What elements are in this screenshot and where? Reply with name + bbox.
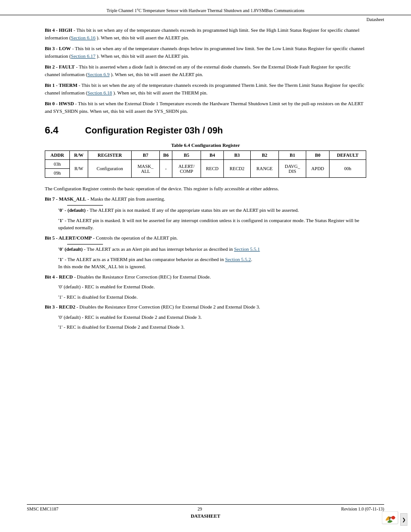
page-header: Triple Channel 1°C Temperature Sensor wi… (0, 0, 411, 15)
col-b3: B3 (224, 151, 250, 160)
col-b2: B2 (250, 151, 279, 160)
bit5-0-line: '0' (default) - The ALERT acts as an Ale… (58, 245, 366, 253)
underline-bar-1 (67, 205, 103, 206)
col-addr: ADDR (45, 151, 70, 160)
cell-b6: - (159, 160, 172, 178)
bit5-line: Bit 5 - ALERT/COMP - Controls the operat… (45, 234, 366, 242)
svg-text:y: y (389, 515, 391, 520)
bit4-recd-1: '1' - REC is disabled for External Diode… (58, 293, 366, 301)
bit3-recd2-0: '0' (default) - REC is enabled for Exter… (58, 313, 366, 321)
cell-addr2: 09h (45, 169, 70, 178)
config-intro: The Configuration Register controls the … (45, 185, 366, 193)
chevron-right-icon: ❯ (402, 517, 406, 522)
cell-b0: APDD (306, 160, 329, 178)
logo-area: y (380, 510, 402, 528)
bit4-recd-line: Bit 4 - RECD - Disables the Resistance E… (45, 273, 366, 281)
col-rw: R/W (69, 151, 88, 160)
bit7-line: Bit 7 - MASK_ALL - Masks the ALERT pin f… (45, 195, 366, 203)
cell-b5: ALERT/COMP (172, 160, 201, 178)
bit0-section: Bit 0 - HWSD - This bit is set when the … (45, 100, 366, 115)
section-number: 6.4 (45, 124, 72, 136)
main-content: Bit 4 - HIGH - This bit is set when any … (0, 22, 411, 343)
footer-bottom-label: DATASHEET (27, 513, 384, 519)
col-b7: B7 (132, 151, 160, 160)
bit4-section: Bit 4 - HIGH - This bit is set when any … (45, 26, 366, 41)
page: Triple Channel 1°C Temperature Sensor wi… (0, 0, 411, 532)
bit7-0-line: '0' - (default) - The ALERT pin is not m… (58, 206, 366, 214)
col-b4: B4 (201, 151, 224, 160)
section-6-18-ref[interactable]: Section 6.18 (87, 90, 112, 95)
footer-right: Revision 1.0 (07-11-13) (341, 506, 384, 511)
company-logo: y (382, 511, 400, 526)
cell-b7: MASK_ALL (132, 160, 160, 178)
section-5-5-2-ref[interactable]: Section 5.5.2 (225, 257, 251, 262)
bit3-recd2-line: Bit 3 - RECD2 - Disables the Resistance … (45, 303, 366, 311)
datasheet-label: Datasheet (0, 15, 411, 22)
bit1-section: Bit 1 - THERM - This bit is set when the… (45, 82, 366, 96)
section-6-16-ref[interactable]: Section 6.16 (71, 35, 95, 40)
bit3-label: Bit 3 - LOW - This bit is set when any o… (45, 46, 364, 59)
page-footer: SMSC EMC1187 29 Revision 1.0 (07-11-13) … (0, 504, 411, 519)
bit2-section: Bit 2 - FAULT - This bit is asserted whe… (45, 63, 366, 78)
cell-b1: DAVG_DIS (279, 160, 306, 178)
bit3-recd2-1: '1' - REC is disabled for External Diode… (58, 323, 366, 331)
col-register: REGISTER (88, 151, 132, 160)
footer-inner: SMSC EMC1187 29 Revision 1.0 (07-11-13) (27, 504, 384, 511)
footer-center: 29 (197, 506, 202, 511)
bit4-label: Bit 4 - HIGH - This bit is set when any … (45, 27, 360, 40)
bit2-label: Bit 2 - FAULT - This bit is asserted whe… (45, 64, 351, 77)
col-b6: B6 (159, 151, 172, 160)
cell-register: Configuration (88, 160, 132, 178)
col-b0: B0 (306, 151, 329, 160)
chevron-right-button[interactable]: ❯ (400, 513, 407, 526)
cell-rw: R/W (69, 160, 88, 178)
col-b1: B1 (279, 151, 306, 160)
col-b5: B5 (172, 151, 201, 160)
footer-left: SMSC EMC1187 (27, 506, 58, 511)
table-caption: Table 6.4 Configuration Register (45, 142, 366, 148)
bit3-section: Bit 3 - LOW - This bit is set when any o… (45, 45, 366, 60)
cell-addr1: 03h (45, 160, 70, 169)
col-default: DEFAULT (330, 151, 366, 160)
register-table: ADDR R/W REGISTER B7 B6 B5 B4 B3 B2 B1 B… (45, 150, 366, 178)
bit7-1-line: '1' - The ALERT pin is masked. It will n… (58, 217, 366, 232)
bit1-label: Bit 1 - THERM - This bit is set when the… (45, 82, 364, 95)
cell-b2: RANGE (250, 160, 279, 178)
header-title: Triple Channel 1°C Temperature Sensor wi… (107, 8, 304, 13)
section-5-5-1-ref[interactable]: Section 5.5.1 (234, 246, 260, 252)
cell-default: 00h (330, 160, 366, 178)
bit5-1-line: '1' - The ALERT acts as a THERM pin and … (58, 256, 366, 270)
section-6-17-ref[interactable]: Section 6.17 (71, 53, 95, 59)
underline-bar-2 (67, 244, 103, 245)
cell-b4: RECD (201, 160, 224, 178)
section-title: Configuration Register 03h / 09h (85, 125, 223, 136)
cell-b3: RECD2 (224, 160, 250, 178)
table-row-addr1: 03h R/W Configuration MASK_ALL - ALERT/C… (45, 160, 366, 169)
section-6-4-heading: 6.4 Configuration Register 03h / 09h (45, 124, 366, 136)
section-6-9-ref[interactable]: Section 6.9 (87, 72, 110, 77)
bit4-recd-0: '0' (default) - REC is enabled for Exter… (58, 283, 366, 291)
